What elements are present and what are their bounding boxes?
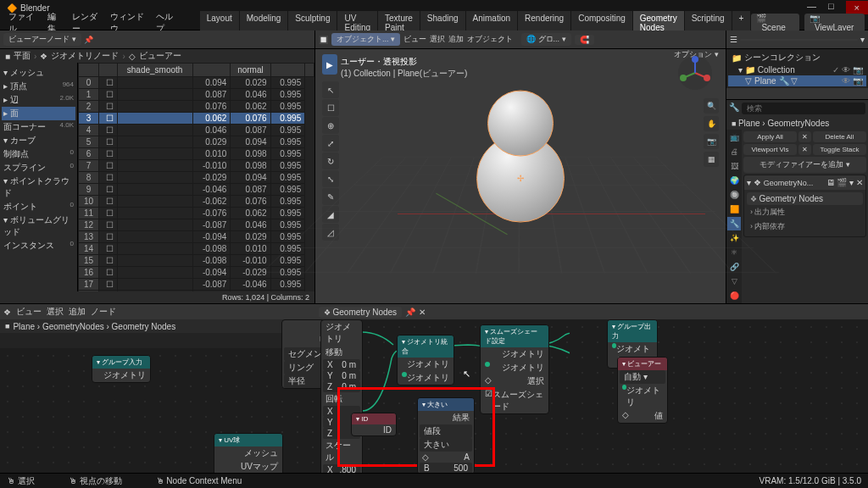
toggle-stack[interactable]: Toggle Stack xyxy=(813,144,866,155)
pin-icon[interactable]: 📌 xyxy=(84,36,93,44)
vp-view[interactable]: ビュー xyxy=(403,34,426,45)
editor-type-icon[interactable]: ▶ xyxy=(322,54,337,75)
vp-object[interactable]: オブジェクト xyxy=(467,34,513,45)
node-greater[interactable]: ▾ 大きい 結果 値段 大きい ◇A B500 xyxy=(417,397,475,474)
tree-item[interactable]: ▾ ポイントクラウド xyxy=(2,175,75,200)
persp-icon[interactable]: ▦ xyxy=(704,152,719,167)
vp-info: ユーザー・透視投影(1) Collection | Plane(ビューアー) xyxy=(341,56,467,80)
outliner-search[interactable] xyxy=(740,39,858,41)
pin-icon[interactable]: 📌 xyxy=(405,308,415,317)
close-group-icon[interactable]: ✕ xyxy=(419,308,426,317)
tool-button[interactable]: ↻ xyxy=(322,152,339,169)
tree-item[interactable]: ▾ メッシュ xyxy=(2,66,75,80)
tab-data[interactable]: ▽ xyxy=(727,274,741,288)
filter-icon[interactable]: ▾ xyxy=(860,35,865,44)
row-count: Rows: 1,024 | Columns: 2 xyxy=(0,291,314,303)
camera-icon[interactable]: 📷 xyxy=(704,134,719,149)
ne-breadcrumb: ■ Plane › GeometryNodes › Geometry Nodes xyxy=(0,319,315,333)
tab-world[interactable]: 🔘 xyxy=(727,188,741,202)
snap-toggle[interactable]: 🧲 xyxy=(575,35,594,45)
props-icon[interactable]: 🔧 xyxy=(729,103,739,114)
viewlayer-selector[interactable]: 📷 ViewLayer xyxy=(804,14,865,32)
outliner-icon[interactable]: ☰ xyxy=(730,35,737,44)
vp-add[interactable]: 追加 xyxy=(448,34,464,45)
props-breadcrumb: ■ Plane › GeometryNodes xyxy=(726,117,868,130)
svg-point-2 xyxy=(704,75,710,81)
node-group-input[interactable]: ▾ グループ入力ジオメトリ xyxy=(92,355,151,383)
tree-item[interactable]: ▸ 辺2.0K xyxy=(2,93,75,107)
tree-item[interactable]: 面コーナー4.0K xyxy=(2,120,75,134)
mode-selector[interactable]: オブジェクト... ▾ xyxy=(331,33,400,46)
node-id[interactable]: ▾ ID ID xyxy=(351,413,397,436)
scene-selector[interactable]: 🎬 Scene xyxy=(751,14,798,32)
tree-item[interactable]: インスタンス0 xyxy=(2,239,75,252)
tool-button[interactable]: ⊕ xyxy=(322,117,339,134)
scene-collection: 📁シーンコレクション xyxy=(728,51,866,64)
orient-selector[interactable]: 🌐 グロ... ▾ xyxy=(521,33,571,46)
vp-select[interactable]: 選択 xyxy=(430,34,445,45)
tree-item[interactable]: ポイント0 xyxy=(2,200,75,214)
svg-point-6 xyxy=(692,56,698,63)
tab-scene[interactable]: 🌍 xyxy=(727,174,741,187)
outliner[interactable]: 📁シーンコレクション ▾ 📁Collection✓ 👁 📷 ▽Plane🔧 ▽👁… xyxy=(726,49,868,88)
outliner-blank xyxy=(726,88,868,99)
vp-type-icon[interactable]: 🔲 xyxy=(319,36,328,44)
props-search[interactable] xyxy=(742,103,865,114)
status-bar: 🖱 選択 🖱 視点の移動 🖱 Node Context Menu VRAM: 1… xyxy=(0,473,868,488)
node-join[interactable]: ▾ ジオメトリ統合 ジオメトリ ジオメトリ xyxy=(397,335,454,385)
node-editor[interactable]: メッシュ UVマップ セグメント32 リング16 半径 ジオメトリ 移動 X0 … xyxy=(315,319,868,474)
nav-gizmo[interactable] xyxy=(676,54,714,92)
tree-item[interactable]: スプライン0 xyxy=(2,161,75,175)
tree-item[interactable]: ▾ ボリュームグリッド xyxy=(2,214,75,239)
ne-select[interactable]: 選択 xyxy=(47,306,64,318)
node-viewer[interactable]: ▾ ビューアー 自動 ▾ ジオメトリ ◇値 xyxy=(617,357,668,424)
tab-material[interactable]: 🔴 xyxy=(727,289,741,302)
tool-button[interactable]: ☐ xyxy=(322,99,339,116)
tool-button[interactable]: ↖ xyxy=(322,81,339,98)
tab-render[interactable]: 📺 xyxy=(727,130,741,144)
tool-button[interactable]: ⤡ xyxy=(322,170,339,187)
viewport-vis[interactable]: Viewport Vis xyxy=(743,144,797,155)
tab-output[interactable]: 🖨 xyxy=(727,145,741,158)
ne-node[interactable]: ノード xyxy=(91,306,116,318)
object-plane: ▽Plane🔧 ▽👁 📷 xyxy=(728,75,866,86)
origin-icon: ✢ xyxy=(517,174,524,183)
mesh-object[interactable]: ✢ xyxy=(476,91,565,223)
move-icon[interactable]: ✋ xyxy=(704,116,719,131)
node-area-left[interactable]: ▾ グループ入力ジオメトリ ▾ UV球 メッシュ UVマップ セグメント32 リ… xyxy=(0,348,315,488)
data-tree[interactable]: ▾ メッシュ▸ 頂点964▸ 辺2.0K▸ 面 面コーナー4.0K▾ カーブ 制… xyxy=(0,63,78,291)
modifier-geonodes: ▾ ❖GeometryNo...🖥 🎬 ▾ ✕ ❖ Geometry Nodes… xyxy=(743,175,866,237)
zoom-icon[interactable]: 🔍 xyxy=(704,98,719,114)
tool-button[interactable]: ⤢ xyxy=(322,135,339,152)
viewport[interactable]: 🔲 オブジェクト... ▾ ビュー 選択 追加 オブジェクト 🌐 グロ... ▾… xyxy=(315,30,726,303)
tree-item[interactable]: 制御点0 xyxy=(2,147,75,161)
delete-all[interactable]: Delete All xyxy=(813,131,866,142)
svg-point-4 xyxy=(680,75,687,81)
nodegroup-selector[interactable]: ❖ Geometry Nodes xyxy=(319,307,402,318)
apply-all[interactable]: Apply All xyxy=(743,131,797,142)
tree-item[interactable]: ▸ 面 xyxy=(2,107,75,120)
ne-add[interactable]: 追加 xyxy=(69,306,86,318)
ne-view[interactable]: ビュー xyxy=(16,306,42,318)
sheet-type[interactable]: ビューアーノード ▾ xyxy=(3,33,81,46)
sheet-breadcrumb: ■平面› ❖ジオメトリノード› ◇ビューアー xyxy=(0,49,314,63)
tab-object[interactable]: 🟧 xyxy=(727,202,741,216)
add-modifier[interactable]: モディファイアーを追加 ▾ xyxy=(743,157,866,173)
tab-view[interactable]: 🖼 xyxy=(727,159,741,173)
collection: ▾ 📁Collection✓ 👁 📷 xyxy=(728,64,866,75)
tree-item[interactable]: ▾ カーブ xyxy=(2,134,75,147)
cursor-icon: ↖ xyxy=(463,369,470,380)
ne-icon[interactable]: ❖ xyxy=(3,308,11,317)
tree-item[interactable]: ▸ 頂点964 xyxy=(2,80,75,93)
